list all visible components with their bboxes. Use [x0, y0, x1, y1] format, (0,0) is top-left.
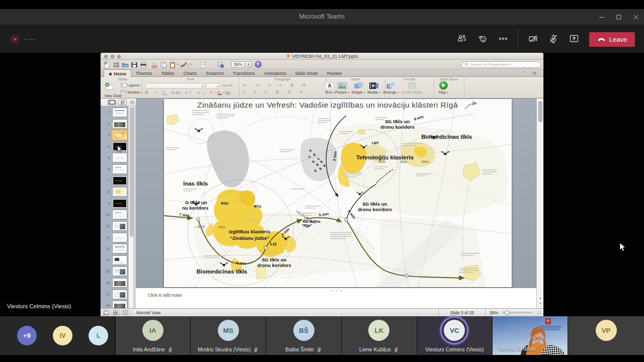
copy-icon[interactable]: [160, 61, 167, 68]
slide-thumbnail-2[interactable]: [113, 120, 127, 128]
slideshow-view-button[interactable]: [121, 310, 129, 315]
slide-thumbnail-11[interactable]: [113, 222, 127, 230]
slide-thumbnail-6[interactable]: [113, 165, 127, 173]
slide-thumbnail-14[interactable]: [113, 256, 127, 264]
new-from-template-icon[interactable]: [113, 61, 120, 68]
slides-view-button[interactable]: [108, 100, 116, 105]
tab-home[interactable]: Home: [104, 69, 131, 77]
thumbnail-preview: [113, 279, 126, 287]
slide-thumbnail-1[interactable]: [113, 108, 127, 117]
map-label: 5km: [218, 225, 225, 229]
font-name-combo[interactable]: ▾: [145, 83, 204, 88]
vertical-scrollbar[interactable]: ▲ ▼: [536, 99, 543, 308]
show-formatting-icon[interactable]: [199, 61, 206, 68]
zoom-dropdown-arrow[interactable]: ▼: [246, 61, 252, 67]
save-icon[interactable]: [131, 61, 138, 68]
slide-thumbnail-12[interactable]: [113, 233, 127, 242]
zoom-slider-knob[interactable]: [505, 310, 510, 315]
search-input[interactable]: [470, 62, 538, 67]
slide-thumbnail-18[interactable]: [113, 301, 127, 308]
media-browser-icon[interactable]: [217, 61, 224, 68]
arrange-button[interactable]: Arrange ▾: [382, 81, 399, 95]
help-icon[interactable]: ?: [255, 61, 262, 68]
slide-number: 8: [102, 190, 110, 194]
slide-thumbnail-10[interactable]: [113, 210, 127, 219]
more-options-icon[interactable]: [496, 32, 510, 46]
participants-icon[interactable]: [455, 32, 469, 46]
participant-tile[interactable]: LK Liene Kubiļus: [342, 316, 416, 355]
scrollbar-thumb[interactable]: [538, 101, 542, 122]
notes-pane[interactable]: • • • Click to add notes: [136, 288, 536, 308]
section-button[interactable]: Section▾: [121, 90, 142, 95]
insert-picture-button[interactable]: Picture ▾: [334, 81, 351, 95]
participant-video-tile[interactable]: Valērija Zirdziņa: [493, 316, 567, 355]
scroll-down-button[interactable]: ▼: [538, 301, 543, 306]
map-label: 3km: [422, 160, 429, 163]
print-icon[interactable]: [140, 61, 147, 68]
tab-charts[interactable]: Charts: [179, 69, 202, 77]
camera-off-icon[interactable]: [526, 32, 540, 46]
new-presentation-icon[interactable]: [104, 61, 111, 68]
ribbon-collapse-controls[interactable]: ⌃ ⚙: [522, 71, 539, 75]
panel-scrollbar-thumb[interactable]: [130, 107, 133, 237]
slide-sorter-button[interactable]: [112, 310, 120, 315]
fit-slide-button[interactable]: ⛶: [537, 310, 540, 315]
slide-thumbnail-15[interactable]: [113, 267, 127, 276]
slide-thumbnail-3[interactable]: [113, 131, 127, 139]
participant-name: Liene Kubiļus: [359, 346, 391, 352]
search-box[interactable]: [461, 61, 541, 68]
avatar[interactable]: L: [89, 326, 108, 345]
scroll-up-button[interactable]: ▲: [538, 296, 543, 300]
close-button[interactable]: [627, 9, 644, 25]
zoom-value-box[interactable]: 59%: [231, 61, 245, 67]
leave-button[interactable]: Leave: [589, 32, 635, 47]
panel-scrollbar[interactable]: [128, 106, 134, 308]
slide-thumbnail-7[interactable]: [113, 176, 127, 185]
reactions-icon[interactable]: [475, 32, 490, 46]
play-slideshow-button[interactable]: Play ▾: [435, 81, 452, 95]
panel-close-icon[interactable]: ✕: [130, 100, 134, 105]
participant-tile[interactable]: MS Modris Skudra (Viesis): [191, 316, 265, 355]
maximize-button[interactable]: [610, 9, 627, 25]
notes-resize-handle[interactable]: • • •: [332, 289, 343, 292]
tab-smartart[interactable]: SmartArt: [201, 69, 228, 77]
minimize-button[interactable]: [593, 9, 610, 25]
font-size-combo[interactable]: ▾: [206, 83, 220, 88]
mic-off-icon[interactable]: [546, 32, 560, 46]
slide-thumbnail-5[interactable]: [113, 153, 127, 162]
outline-view-button[interactable]: [118, 100, 127, 105]
tab-review[interactable]: Review: [323, 69, 347, 77]
layout-button[interactable]: Layout▾: [121, 83, 141, 87]
tab-animations[interactable]: Animations: [259, 69, 291, 77]
slide-thumbnail-13[interactable]: [113, 244, 127, 253]
open-icon[interactable]: [122, 61, 129, 68]
zoom-slider[interactable]: [502, 312, 532, 313]
new-slide-button[interactable]: New Slide: [105, 82, 122, 98]
cut-icon[interactable]: [151, 61, 158, 68]
avatar[interactable]: IV: [53, 326, 72, 345]
tab-tables[interactable]: Tables: [157, 69, 179, 77]
tab-themes[interactable]: Themes: [131, 69, 157, 77]
mac-minimize-button[interactable]: [111, 55, 114, 58]
mac-close-button[interactable]: [104, 55, 108, 58]
slide-thumbnail-17[interactable]: [113, 290, 127, 299]
slide-thumbnail-9[interactable]: [113, 199, 127, 208]
tab-slideshow[interactable]: Slide Show: [291, 69, 323, 77]
overflow-count-avatar[interactable]: +9: [17, 326, 37, 345]
insert-shape-button[interactable]: Shape ▾: [350, 81, 367, 95]
normal-view-button[interactable]: [102, 310, 110, 315]
mac-zoom-button[interactable]: [117, 55, 121, 58]
tab-transitions[interactable]: Transitions: [228, 69, 260, 77]
participant-tile[interactable]: IA Inita Andžāne: [116, 316, 190, 355]
participant-tile-active-speaker[interactable]: VC Viesturs Celmins (Viesis): [417, 316, 492, 355]
notes-placeholder[interactable]: Click to add notes: [148, 293, 182, 298]
slide-thumbnail-8[interactable]: [113, 188, 127, 196]
participant-tile[interactable]: VP: [568, 316, 644, 355]
insert-media-button[interactable]: Media ▾: [365, 81, 382, 95]
overflow-participants-tile[interactable]: +9 IV L: [0, 316, 115, 355]
thumbnail-preview: [113, 165, 126, 173]
participant-tile[interactable]: BŠ Baiba Šmite: [266, 316, 341, 355]
share-screen-icon[interactable]: [567, 32, 581, 46]
slide-thumbnail-16[interactable]: [113, 279, 127, 287]
map-label: 4 min: [236, 260, 247, 265]
